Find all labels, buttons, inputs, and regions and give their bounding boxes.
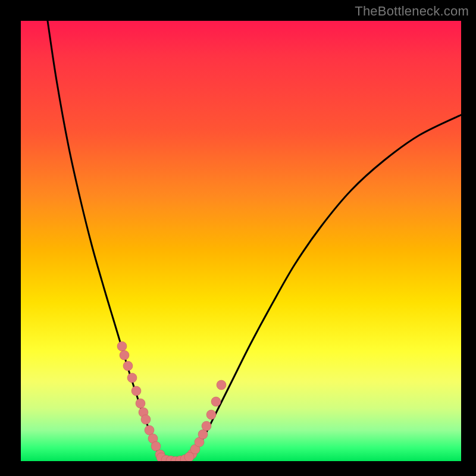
chart-marker bbox=[202, 421, 211, 431]
chart-marker bbox=[141, 415, 151, 424]
chart-frame: TheBottleneck.com bbox=[0, 0, 476, 476]
plot-area bbox=[21, 21, 461, 461]
chart-marker bbox=[217, 380, 226, 390]
chart-marker bbox=[145, 425, 154, 435]
chart-marker bbox=[120, 350, 129, 360]
chart-marker bbox=[136, 399, 145, 408]
chart-marker bbox=[123, 361, 133, 371]
left-curve-markers bbox=[117, 342, 165, 459]
chart-marker bbox=[184, 452, 194, 461]
chart-svg bbox=[21, 21, 461, 461]
chart-marker bbox=[117, 342, 127, 351]
chart-marker bbox=[211, 397, 221, 406]
left-curve bbox=[48, 21, 161, 458]
watermark-text: TheBottleneck.com bbox=[355, 4, 469, 19]
chart-marker bbox=[151, 441, 161, 451]
right-curve-markers bbox=[187, 380, 226, 459]
right-curve bbox=[189, 115, 461, 457]
chart-marker bbox=[206, 410, 216, 419]
chart-marker bbox=[198, 430, 208, 439]
chart-marker bbox=[131, 386, 141, 396]
valley-floor-markers bbox=[156, 452, 194, 461]
chart-marker bbox=[127, 373, 137, 383]
